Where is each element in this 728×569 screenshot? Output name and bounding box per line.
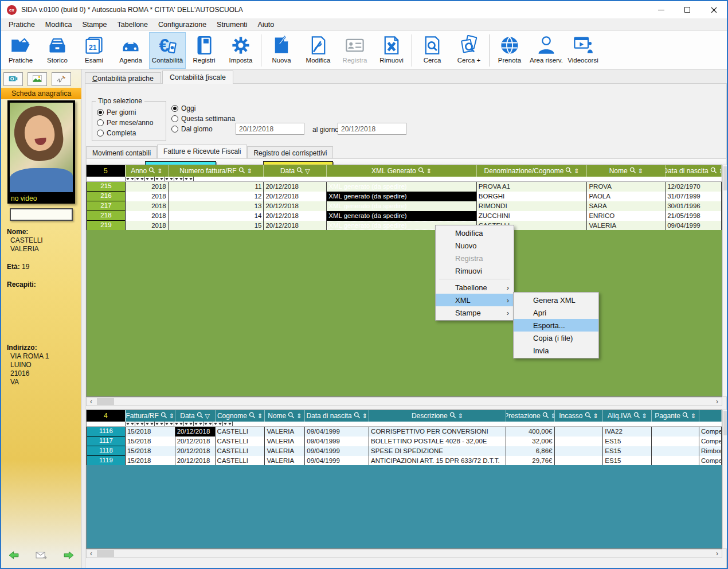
toolbar-imposta-button[interactable]: Imposta xyxy=(222,32,259,69)
cell[interactable]: 14 xyxy=(169,211,264,221)
search-icon[interactable] xyxy=(542,412,549,420)
cell[interactable]: CORRISPETTIVO PER CONVERSIONI xyxy=(369,427,506,437)
scroll-right-icon[interactable]: › xyxy=(713,397,722,406)
cell[interactable]: CASTELLI xyxy=(216,437,265,446)
cell[interactable]: CASTELLI xyxy=(216,427,265,437)
menu-pratiche[interactable]: Pratiche xyxy=(3,19,40,30)
scroll-left-icon[interactable]: ‹ xyxy=(87,549,96,558)
camera-button[interactable] xyxy=(3,72,23,86)
toolbar-rimuovi-button[interactable]: Rimuovi xyxy=(373,32,410,69)
cell[interactable]: 32,00€ xyxy=(506,437,555,446)
cell[interactable]: XML generato (da spedire) xyxy=(327,201,477,211)
submenu-esporta-[interactable]: Esporta... xyxy=(514,319,598,332)
cell[interactable]: 11 xyxy=(169,182,264,192)
arrow-right-button[interactable] xyxy=(60,548,77,563)
cell[interactable] xyxy=(555,456,604,466)
invoices-col-numero-fattura-rf[interactable]: Numero fattura/RF⇕ xyxy=(169,165,264,177)
context-menu-modifica[interactable]: Modifica xyxy=(436,227,514,239)
cell[interactable]: 2018 xyxy=(126,192,169,201)
cell[interactable]: Rimbors xyxy=(699,446,722,456)
cell[interactable]: XML generato (da spedire) xyxy=(327,192,477,201)
cell[interactable]: 30/01/1996 xyxy=(666,201,722,211)
toolbar-cerca-button[interactable]: Cerca xyxy=(414,32,451,69)
cell[interactable]: 29,76€ xyxy=(506,456,555,466)
sort-updown-icon[interactable]: ⇕ xyxy=(593,412,598,420)
sort-updown-icon[interactable]: ⇕ xyxy=(247,167,252,175)
arrow-left-button[interactable] xyxy=(6,548,23,563)
cell[interactable]: 20/12/2018 xyxy=(264,221,327,231)
menu-strumenti[interactable]: Strumenti xyxy=(212,19,253,30)
cell[interactable]: ES15 xyxy=(603,437,652,446)
subtab-registro-dei-corrispettivi[interactable]: Registro dei corrispettivi xyxy=(247,146,333,158)
cell[interactable]: VALERIA xyxy=(587,221,666,231)
sort-updown-icon[interactable]: ⇕ xyxy=(574,167,579,175)
cell[interactable]: BORGHI xyxy=(477,192,588,201)
invoices-col-denominazione-cognome[interactable]: Denominazione/Cognome⇕ xyxy=(477,165,588,177)
cell[interactable]: 31/07/1999 xyxy=(666,192,722,201)
toolbar-esami-button[interactable]: 21Esami xyxy=(76,32,112,69)
cell[interactable]: CASTELLI xyxy=(216,456,265,466)
submenu-copia-i-file-[interactable]: Copia (i file) xyxy=(514,332,598,344)
row-id-cell[interactable]: 1116 xyxy=(87,427,126,437)
cell[interactable]: 15/2018 xyxy=(126,446,175,456)
filter-cell[interactable] xyxy=(145,422,155,426)
lines-col-descrizione[interactable]: Descrizione⇕ xyxy=(369,410,506,422)
context-menu-registra[interactable]: Registra xyxy=(436,252,514,264)
sort-updown-icon[interactable]: ⇕ xyxy=(157,167,162,175)
toolbar-registra-button[interactable]: Registra xyxy=(336,32,373,69)
filter-cell[interactable] xyxy=(223,422,233,426)
cell[interactable]: IVA22 xyxy=(603,427,652,437)
cell[interactable]: VALERIA xyxy=(265,437,305,446)
sort-updown-icon[interactable]: ⇕ xyxy=(362,412,367,420)
cell[interactable] xyxy=(652,446,699,456)
search-icon[interactable] xyxy=(238,167,245,176)
cell[interactable]: ZUCCHINI xyxy=(477,211,588,221)
lines-col-incasso[interactable]: Incasso⇕ xyxy=(555,410,604,422)
radio-per-giorni[interactable]: Per giorni xyxy=(97,108,153,116)
toolbar-storico-button[interactable]: Storico xyxy=(39,32,76,69)
cell[interactable]: 2018 xyxy=(126,182,169,192)
menu-tabellone[interactable]: Tabellone xyxy=(112,19,154,30)
cell[interactable]: 20/12/2018 xyxy=(175,427,216,437)
sort-updown-icon[interactable]: ⇕ xyxy=(719,167,722,175)
toolbar-pratiche-button[interactable]: Pratiche xyxy=(2,32,39,69)
sort-updown-icon[interactable]: ⇕ xyxy=(296,412,302,420)
toolbar-contabilit--button[interactable]: €Contabilità xyxy=(149,32,186,69)
maximize-button[interactable] xyxy=(674,1,700,18)
radio-questa-settimana[interactable]: Questa settimana xyxy=(171,115,235,123)
filter-cell[interactable] xyxy=(184,422,194,426)
lines-col-aliq-iva[interactable]: Aliq.IVA⇕ xyxy=(603,410,652,422)
dal-giorno-input[interactable] xyxy=(236,123,304,135)
subtab-movimenti-contabili[interactable]: Movimenti contabili xyxy=(86,146,157,158)
filter-cell[interactable] xyxy=(174,422,184,426)
invoice-lines-grid-vscrollbar[interactable] xyxy=(722,410,728,549)
context-menu-stampe[interactable]: Stampe› xyxy=(436,306,514,319)
search-icon[interactable] xyxy=(296,167,303,176)
cell[interactable]: RIMONDI xyxy=(477,201,588,211)
cell[interactable]: 20/12/2018 xyxy=(175,456,216,466)
search-icon[interactable] xyxy=(585,412,592,420)
context-menu-nuovo[interactable]: Nuovo xyxy=(436,239,514,252)
submenu-apri[interactable]: Apri xyxy=(514,306,598,319)
sort-desc-icon[interactable]: ▽ xyxy=(305,167,310,175)
toolbar-registri-button[interactable]: Registri xyxy=(186,32,222,69)
lines-col-pagante[interactable]: Pagante⇕ xyxy=(652,410,699,422)
cell[interactable]: VALERIA xyxy=(265,456,305,466)
filter-cell[interactable] xyxy=(155,177,165,181)
cell[interactable]: Compete xyxy=(699,427,722,437)
filter-cell[interactable] xyxy=(155,422,165,426)
cell[interactable] xyxy=(555,446,604,456)
lines-col-prestazione[interactable]: Prestazione⇕ xyxy=(506,410,555,422)
cell[interactable] xyxy=(652,456,699,466)
cell[interactable]: 2018 xyxy=(126,201,169,211)
filter-cell[interactable] xyxy=(126,177,135,181)
sort-updown-icon[interactable]: ⇕ xyxy=(551,412,555,420)
search-icon[interactable] xyxy=(354,412,361,420)
toolbar-area-riserv--button[interactable]: Area riserv. xyxy=(528,32,565,69)
cell[interactable]: VALERIA xyxy=(265,427,305,437)
toolbar-modifica-button[interactable]: Modifica xyxy=(300,32,336,69)
scroll-right-icon[interactable]: › xyxy=(713,549,722,558)
row-id-cell[interactable]: 216 xyxy=(87,192,126,201)
picture-button[interactable] xyxy=(28,72,47,86)
filter-cell[interactable] xyxy=(194,422,203,426)
